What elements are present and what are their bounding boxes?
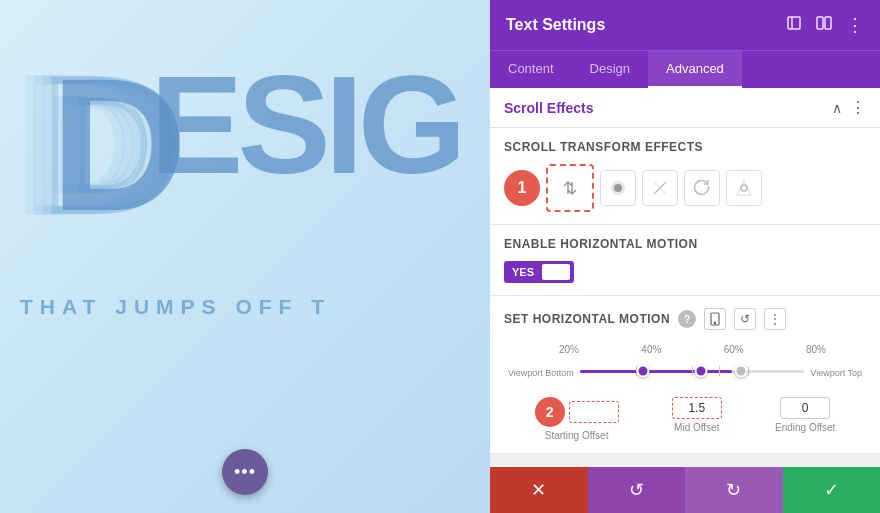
confirm-button[interactable]: ✓: [783, 467, 881, 513]
ending-offset-input[interactable]: [780, 397, 830, 419]
starting-offset-input[interactable]: [569, 401, 619, 423]
fab-button[interactable]: •••: [222, 449, 268, 495]
tabs-bar: Content Design Advanced: [490, 50, 880, 88]
starting-offset-group: 2 Starting Offset: [535, 397, 619, 441]
effect-transfer-selected[interactable]: [546, 164, 594, 212]
motion-set-section: Set Horizontal Motion ? ↺ ⋮ 20% 40% 60% …: [490, 296, 880, 454]
redo-icon: ↻: [726, 479, 741, 501]
effect-color-btn[interactable]: [726, 170, 762, 206]
tab-content[interactable]: Content: [490, 51, 572, 88]
effect-blur-btn[interactable]: [642, 170, 678, 206]
help-icon[interactable]: ?: [678, 310, 696, 328]
transform-effects-row: 1: [504, 164, 866, 212]
horizontal-motion-label: Enable Horizontal Motion: [504, 237, 866, 251]
reset-button[interactable]: ↺: [588, 467, 686, 513]
scroll-transform-label: Scroll Transform Effects: [504, 140, 866, 154]
redo-button[interactable]: ↻: [685, 467, 783, 513]
slider-thumb-end[interactable]: [735, 365, 748, 378]
confirm-icon: ✓: [824, 479, 839, 501]
ending-offset-group: Ending Offset: [775, 397, 835, 433]
panel-title: Text Settings: [506, 16, 605, 34]
canvas-area: D D D D D ESIG THAT JUMPS OFF T •••: [0, 0, 490, 513]
toggle-thumb: [542, 264, 570, 280]
svg-point-13: [741, 185, 747, 191]
panel-header: Text Settings ⋮: [490, 0, 880, 50]
reset-icon: ↺: [629, 479, 644, 501]
tab-advanced[interactable]: Advanced: [648, 51, 742, 88]
scroll-effects-title: Scroll Effects: [504, 100, 593, 116]
motion-set-header: Set Horizontal Motion ? ↺ ⋮: [504, 308, 866, 330]
toggle-yes-label: YES: [508, 265, 538, 279]
cancel-button[interactable]: ✕: [490, 467, 588, 513]
svg-point-15: [714, 322, 716, 324]
toggle-row: YES: [504, 261, 866, 283]
section-header-icons: ∧ ⋮: [832, 98, 866, 117]
yes-toggle[interactable]: YES: [504, 261, 574, 283]
tagline: THAT JUMPS OFF T: [20, 295, 331, 319]
cancel-icon: ✕: [531, 479, 546, 501]
percent-labels: 20% 40% 60% 80%: [504, 344, 866, 355]
motion-more-icon[interactable]: ⋮: [764, 308, 786, 330]
section-more-icon[interactable]: ⋮: [850, 98, 866, 117]
slider-track-container[interactable]: [580, 357, 804, 385]
viewport-bottom-label: Viewport Bottom: [508, 362, 574, 380]
mid-offset-group: Mid Offset: [672, 397, 722, 433]
settings-panel: Text Settings ⋮ Content Design Advanced: [490, 0, 880, 513]
svg-rect-5: [788, 17, 800, 29]
slider-thumb-mid[interactable]: [695, 365, 708, 378]
resize-icon[interactable]: [786, 15, 802, 35]
svg-rect-8: [825, 17, 831, 29]
badge-2: 2: [535, 397, 565, 427]
viewport-top-label: Viewport Top: [810, 362, 862, 380]
tab-design[interactable]: Design: [572, 51, 648, 88]
esig-text: ESIG: [150, 55, 461, 195]
fab-dots-icon: •••: [234, 462, 256, 483]
columns-icon[interactable]: [816, 15, 832, 35]
slider-thumb-start[interactable]: [636, 365, 649, 378]
pct-40: 40%: [641, 344, 661, 355]
pct-80: 80%: [806, 344, 826, 355]
pct-60: 60%: [724, 344, 744, 355]
motion-set-label: Set Horizontal Motion: [504, 312, 670, 326]
effect-transfer-btn[interactable]: [552, 170, 588, 206]
offset-inputs: 2 Starting Offset Mid Offset Ending Offs…: [504, 397, 866, 441]
effect-opacity-btn[interactable]: [600, 170, 636, 206]
horizontal-motion-section: Enable Horizontal Motion YES: [490, 225, 880, 296]
pct-20: 20%: [559, 344, 579, 355]
scroll-transform-section: Scroll Transform Effects 1: [490, 128, 880, 225]
mid-offset-label: Mid Offset: [674, 422, 719, 433]
undo-icon[interactable]: ↺: [734, 308, 756, 330]
starting-offset-label: Starting Offset: [545, 430, 609, 441]
header-icons: ⋮: [786, 14, 864, 36]
svg-rect-7: [817, 17, 823, 29]
effect-rotate-btn[interactable]: [684, 170, 720, 206]
panel-footer: ✕ ↺ ↻ ✓: [490, 467, 880, 513]
more-options-icon[interactable]: ⋮: [846, 14, 864, 36]
mobile-icon[interactable]: [704, 308, 726, 330]
panel-content: Scroll Effects ∧ ⋮ Scroll Transform Effe…: [490, 88, 880, 467]
badge-1: 1: [504, 170, 540, 206]
ending-offset-label: Ending Offset: [775, 422, 835, 433]
scroll-effects-header: Scroll Effects ∧ ⋮: [490, 88, 880, 128]
slider-row: Viewport Bottom: [504, 357, 866, 385]
svg-point-10: [614, 184, 622, 192]
collapse-icon[interactable]: ∧: [832, 100, 842, 116]
mid-offset-input[interactable]: [672, 397, 722, 419]
